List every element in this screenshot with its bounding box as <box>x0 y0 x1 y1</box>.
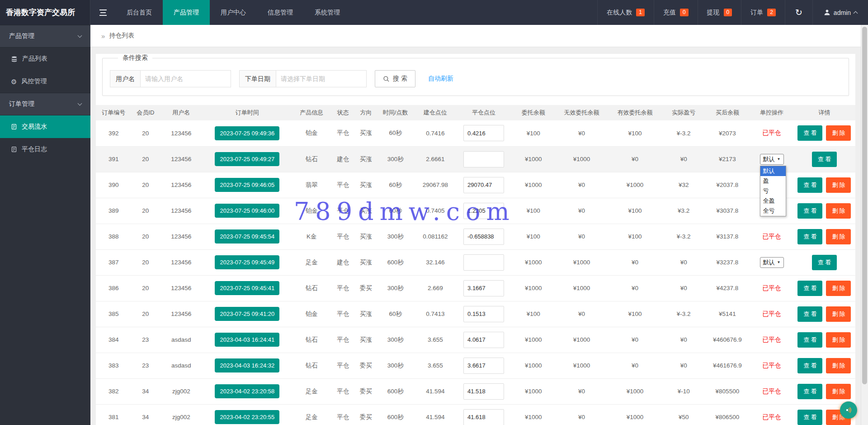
close-point-input[interactable] <box>463 358 504 374</box>
control-select[interactable]: 默认▼ <box>760 154 784 165</box>
username-input[interactable] <box>141 70 231 87</box>
delete-button[interactable]: 删除 <box>826 358 851 373</box>
product-cell: 铂金 <box>292 120 332 146</box>
close-point-input[interactable] <box>463 254 504 271</box>
control-select-value: 默认 <box>763 155 775 163</box>
stat-recharge-label: 充值 <box>663 9 676 17</box>
order-date-input[interactable] <box>276 70 367 87</box>
sidebar-item-product-list[interactable]: 产品列表 <box>0 48 90 70</box>
document-icon <box>11 124 17 130</box>
close-point-input[interactable] <box>463 409 504 425</box>
delete-button[interactable]: 删除 <box>826 177 851 193</box>
delete-button[interactable]: 删除 <box>826 229 851 244</box>
table-row: 386201234562023-07-25 09:45:41钻石平仓委买300秒… <box>96 275 855 301</box>
stat-orders[interactable]: 订单 2 <box>741 0 785 25</box>
member-id-cell: 34 <box>132 404 160 425</box>
close-point-input[interactable] <box>463 383 504 400</box>
view-button[interactable]: 查看 <box>797 384 822 399</box>
control-select-option[interactable]: 盈 <box>760 176 786 186</box>
valid-entrust-cell: ¥1000 <box>607 172 663 198</box>
close-point-input[interactable] <box>463 229 504 245</box>
scrollbar[interactable] <box>861 25 868 425</box>
refresh-icon[interactable]: ↻ <box>785 0 812 25</box>
entrust-balance-cell: ¥100 <box>510 301 556 327</box>
close-point-input[interactable] <box>463 151 504 167</box>
delete-button[interactable]: 删除 <box>826 125 851 141</box>
stat-recharge[interactable]: 充值 0 <box>654 0 698 25</box>
table-row: 392201234562023-07-25 09:49:36铂金平仓买涨60秒0… <box>96 120 855 146</box>
sidebar-item-close-position-log[interactable]: 平仓日志 <box>0 138 90 161</box>
stat-withdraw[interactable]: 提现 0 <box>698 0 741 25</box>
direction-cell: 委买 <box>354 404 377 425</box>
member-id-cell: 20 <box>132 249 160 275</box>
valid-entrust-cell: ¥0 <box>607 275 663 301</box>
valid-entrust-cell: ¥1000 <box>607 378 663 404</box>
view-button[interactable]: 查看 <box>797 125 822 141</box>
control-select-option[interactable]: 全盈 <box>760 196 786 206</box>
view-button[interactable]: 查看 <box>797 306 822 322</box>
stat-online-users[interactable]: 在线人数 1 <box>597 0 654 25</box>
invalid-entrust-cell: ¥0 <box>556 301 607 327</box>
view-button[interactable]: 查看 <box>797 358 822 373</box>
view-button[interactable]: 查看 <box>797 229 822 244</box>
sound-waves-icon <box>844 406 853 415</box>
delete-button[interactable]: 删除 <box>826 281 851 296</box>
delete-button[interactable]: 删除 <box>826 332 851 348</box>
view-button[interactable]: 查看 <box>812 255 837 270</box>
hamburger-menu-icon[interactable] <box>90 0 116 25</box>
view-button[interactable]: 查看 <box>812 152 837 167</box>
auto-refresh-link[interactable]: 自动刷新 <box>428 75 453 83</box>
close-point-input[interactable] <box>463 306 504 322</box>
nav-item-system-management[interactable]: 系统管理 <box>304 0 351 25</box>
view-button[interactable]: 查看 <box>797 177 822 193</box>
delete-button[interactable]: 删除 <box>826 203 851 219</box>
close-point-input[interactable] <box>463 332 504 348</box>
entrust-balance-cell: ¥1000 <box>510 404 556 425</box>
close-point-input[interactable] <box>463 125 504 141</box>
control-select-option[interactable]: 默认 <box>760 166 786 176</box>
direction-cell: 委买 <box>354 275 377 301</box>
close-point-input[interactable] <box>463 203 504 219</box>
sidebar-item-transaction-flow[interactable]: 交易流水 <box>0 115 90 138</box>
close-point-cell <box>457 249 511 275</box>
close-point-input[interactable] <box>463 280 504 296</box>
table-row: 389201234562023-07-25 09:46:00铂金平仓买涨60秒0… <box>96 198 855 224</box>
closed-status-label: 已平仓 <box>763 129 781 136</box>
control-select-wrap: 默认▼ <box>760 257 784 268</box>
close-point-input[interactable] <box>463 177 504 193</box>
closed-status-label: 已平仓 <box>763 310 781 317</box>
detail-actions-cell: 查看 <box>793 146 855 172</box>
product-cell: 钻石 <box>292 327 332 353</box>
delete-button[interactable]: 删除 <box>826 384 851 399</box>
delete-button[interactable]: 删除 <box>826 306 851 322</box>
valid-entrust-cell: ¥0 <box>607 146 663 172</box>
state-cell: 平仓 <box>332 327 354 353</box>
search-button[interactable]: 搜 索 <box>375 70 415 87</box>
entrust-balance-cell: ¥100 <box>510 224 556 249</box>
sidebar-group-order-management[interactable]: 订单管理 <box>0 93 90 115</box>
nav-item-info-management[interactable]: 信息管理 <box>257 0 304 25</box>
control-select[interactable]: 默认▼ <box>760 257 784 268</box>
sidebar-group-product-management[interactable]: 产品管理 <box>0 25 90 48</box>
entrust-balance-cell: ¥1000 <box>510 378 556 404</box>
username-cell: 123456 <box>160 172 203 198</box>
floating-sound-button[interactable] <box>840 401 857 419</box>
stat-withdraw-badge: 0 <box>724 9 732 16</box>
control-select-option[interactable]: 全亏 <box>760 206 786 216</box>
scrollbar-thumb[interactable] <box>862 27 867 384</box>
profit-cell: ¥32 <box>663 172 705 198</box>
nav-item-dashboard-home[interactable]: 后台首页 <box>116 0 163 25</box>
user-menu[interactable]: admin <box>812 0 868 25</box>
control-select-option[interactable]: 亏 <box>760 186 786 196</box>
sidebar-group-label: 产品管理 <box>9 32 34 40</box>
after-balance-cell: ¥805500 <box>705 378 750 404</box>
view-button[interactable]: 查看 <box>797 410 822 425</box>
nav-item-product-management[interactable]: 产品管理 <box>163 0 210 25</box>
sidebar-item-risk-management[interactable]: ⚙ 风控管理 <box>0 70 90 93</box>
view-button[interactable]: 查看 <box>797 203 822 219</box>
nav-item-user-center[interactable]: 用户中心 <box>210 0 257 25</box>
entrust-balance-cell: ¥1000 <box>510 353 556 378</box>
view-button[interactable]: 查看 <box>797 281 822 296</box>
view-button[interactable]: 查看 <box>797 332 822 348</box>
chevron-down-icon <box>78 101 82 106</box>
